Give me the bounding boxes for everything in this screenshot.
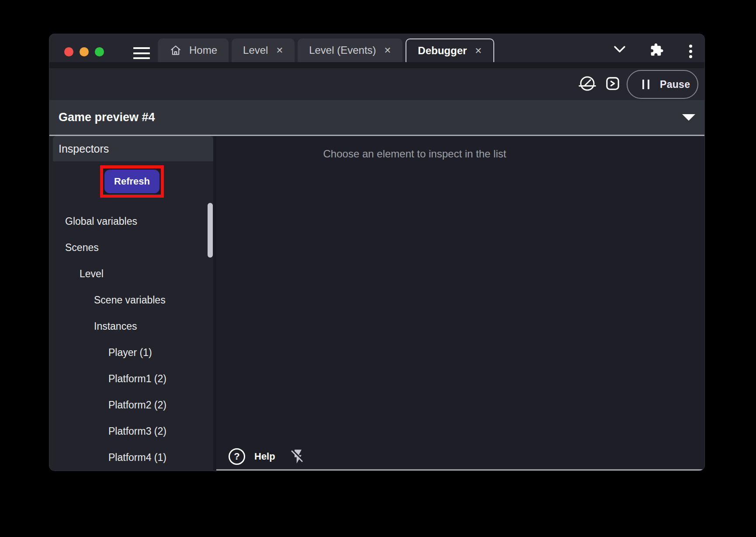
sidebar-main-divider xyxy=(213,136,216,471)
refresh-button[interactable]: Refresh xyxy=(104,170,160,193)
collapse-caret-icon[interactable] xyxy=(682,114,695,121)
tab-label: Level xyxy=(243,44,268,56)
tree-item-level[interactable]: Level xyxy=(49,261,207,287)
flash-off-icon[interactable] xyxy=(290,448,306,465)
tab-label: Home xyxy=(189,44,217,56)
close-icon[interactable]: ✕ xyxy=(276,46,283,55)
empty-state-message: Choose an element to inspect in the list xyxy=(314,146,515,161)
close-icon[interactable]: ✕ xyxy=(384,46,392,55)
tab-level[interactable]: Level ✕ xyxy=(232,38,295,62)
game-preview-title: Game preview #4 xyxy=(59,100,155,135)
inspectors-tree: Global variablesScenesLevelScene variabl… xyxy=(49,208,207,471)
tree-item-scene-variables[interactable]: Scene variables xyxy=(49,287,207,313)
help-link[interactable]: Help xyxy=(254,451,275,462)
tree-item-platform3-2[interactable]: Platform3 (2) xyxy=(49,418,207,444)
close-icon[interactable]: ✕ xyxy=(475,46,482,55)
inspector-main-area: Choose an element to inspect in the list… xyxy=(216,136,704,471)
screen-background: Home Level ✕ Level (Events) ✕ Debugger ✕ xyxy=(0,0,756,537)
tree-item-platform1-2[interactable]: Platform1 (2) xyxy=(49,366,207,392)
tab-level-events[interactable]: Level (Events) ✕ xyxy=(298,38,402,62)
debugger-toolbar: Pause xyxy=(49,68,704,100)
tree-item-player-1[interactable]: Player (1) xyxy=(49,339,207,366)
tab-bar: Home Level ✕ Level (Events) ✕ Debugger ✕ xyxy=(158,38,494,62)
inspectors-sidebar: Inspectors Refresh Global variablesScene… xyxy=(49,136,213,471)
pause-button-label: Pause xyxy=(660,79,690,91)
help-question-icon[interactable]: ? xyxy=(229,448,245,465)
tree-item-instances[interactable]: Instances xyxy=(49,313,207,339)
extensions-puzzle-icon[interactable] xyxy=(650,43,664,59)
debugger-content: Inspectors Refresh Global variablesScene… xyxy=(49,136,704,471)
profiler-gauge-icon[interactable] xyxy=(579,75,596,94)
pause-button[interactable]: Pause xyxy=(627,70,698,99)
maximize-window-button[interactable] xyxy=(95,47,104,56)
console-icon[interactable] xyxy=(605,76,621,93)
tree-item-platform2-2[interactable]: Platform2 (2) xyxy=(49,392,207,418)
minimize-window-button[interactable] xyxy=(80,47,89,56)
tab-home[interactable]: Home xyxy=(158,38,229,62)
refresh-annotation-highlight: Refresh xyxy=(100,165,164,198)
titlebar-divider xyxy=(49,62,704,68)
tree-item-scenes[interactable]: Scenes xyxy=(49,234,207,261)
sidebar-scrollbar-thumb[interactable] xyxy=(208,203,213,258)
close-window-button[interactable] xyxy=(64,47,73,56)
tab-debugger[interactable]: Debugger ✕ xyxy=(406,38,494,62)
titlebar: Home Level ✕ Level (Events) ✕ Debugger ✕ xyxy=(49,34,704,62)
tree-item-global-variables[interactable]: Global variables xyxy=(49,208,207,234)
tab-label: Level (Events) xyxy=(309,44,376,56)
main-bottom-border xyxy=(216,469,704,471)
home-icon xyxy=(169,44,182,57)
more-options-kebab-icon[interactable] xyxy=(689,45,692,58)
help-row: ? Help xyxy=(229,448,306,465)
tree-item-platform4-1[interactable]: Platform4 (1) xyxy=(49,444,207,471)
pause-icon xyxy=(642,80,649,89)
chevron-down-icon[interactable] xyxy=(613,45,626,56)
tab-label: Debugger xyxy=(418,45,467,57)
game-preview-header[interactable]: Game preview #4 xyxy=(49,100,704,135)
inspectors-panel-title: Inspectors xyxy=(53,136,213,161)
main-menu-icon[interactable] xyxy=(133,47,150,59)
app-window: Home Level ✕ Level (Events) ✕ Debugger ✕ xyxy=(49,34,705,471)
